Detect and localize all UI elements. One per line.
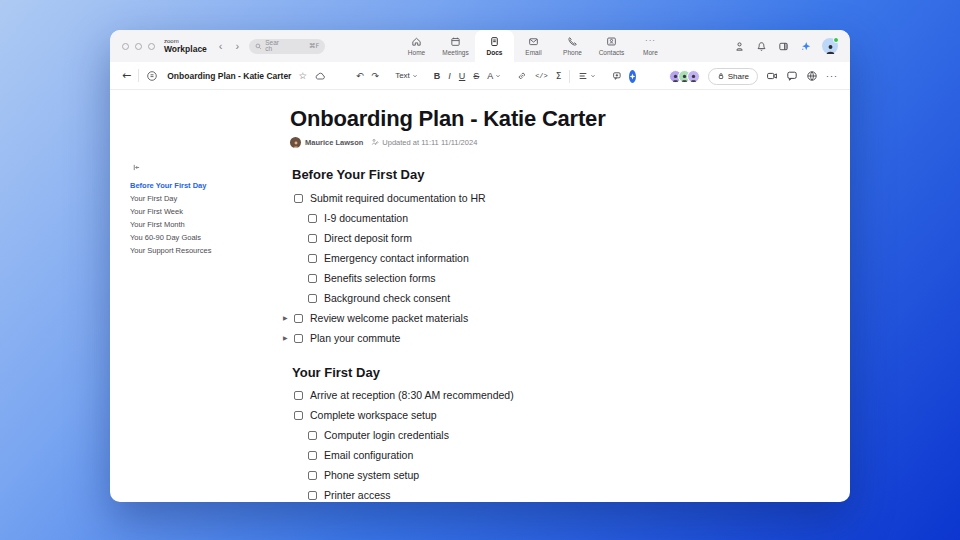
- checklist-item[interactable]: Computer login credentials: [290, 425, 750, 445]
- formatting-toolbar: ↶ ↷ Text B I U S A </> Σ: [356, 62, 653, 90]
- chevron-down-icon: [412, 73, 418, 79]
- outline-item-your-first-day[interactable]: Your First Day: [130, 192, 280, 205]
- checkbox[interactable]: [294, 194, 303, 203]
- checklist-item[interactable]: Email configuration: [290, 445, 750, 465]
- collapse-outline-icon[interactable]: [132, 163, 280, 172]
- phone-icon: [567, 36, 578, 47]
- search-input[interactable]: Search ⌘F: [249, 39, 325, 54]
- checkbox[interactable]: [308, 431, 317, 440]
- checkbox[interactable]: [308, 234, 317, 243]
- user-avatar[interactable]: [822, 38, 838, 54]
- formula-button[interactable]: Σ: [556, 72, 562, 81]
- document-icon: [489, 36, 500, 47]
- comment-icon[interactable]: [612, 71, 622, 81]
- align-lines-icon: [578, 71, 588, 81]
- author-name: Maurice Lawson: [305, 138, 363, 147]
- tab-phone[interactable]: Phone: [553, 30, 592, 62]
- bell-icon[interactable]: [756, 41, 767, 52]
- section-heading[interactable]: Before Your First Day: [290, 167, 750, 182]
- tab-home[interactable]: Home: [397, 30, 436, 62]
- brand-workplace: Workplace: [164, 45, 207, 54]
- more-dots-icon: ···: [645, 36, 656, 47]
- history-nav: ‹ ›: [219, 40, 239, 52]
- video-call-icon[interactable]: [766, 70, 778, 82]
- collaborator-avatars[interactable]: [669, 70, 700, 83]
- strikethrough-button[interactable]: S: [473, 72, 479, 81]
- avatar-person-icon: [825, 43, 836, 54]
- window-close-button[interactable]: [122, 43, 129, 50]
- expand-caret-icon[interactable]: ▶: [283, 314, 288, 321]
- redo-button[interactable]: ↷: [372, 72, 380, 81]
- outline-item-support-resources[interactable]: Your Support Resources: [130, 244, 280, 257]
- checklist-item[interactable]: ▶ Review welcome packet materials: [290, 308, 750, 328]
- checklist-item[interactable]: ▶ Plan your commute: [290, 328, 750, 348]
- checklist-item[interactable]: Emergency contact information: [290, 248, 750, 268]
- checklist-item[interactable]: Complete workspace setup: [290, 405, 750, 425]
- ai-sparkle-icon[interactable]: [800, 41, 811, 52]
- desktop-background: zoom Workplace ‹ › Search ⌘F Home Meeti: [0, 0, 960, 540]
- section-heading[interactable]: Your First Day: [290, 365, 750, 380]
- nav-back-button[interactable]: ‹: [219, 40, 223, 52]
- checkbox[interactable]: [308, 254, 317, 263]
- side-panel-icon[interactable]: [778, 41, 789, 52]
- code-block-button[interactable]: </>: [535, 73, 548, 80]
- align-dropdown[interactable]: [578, 71, 596, 81]
- ai-star-icon: [629, 73, 636, 80]
- checklist-item[interactable]: Phone system setup: [290, 465, 750, 485]
- checklist-item[interactable]: Background check consent: [290, 288, 750, 308]
- outline-item-your-first-week[interactable]: Your First Week: [130, 205, 280, 218]
- checklist-item[interactable]: Submit required documentation to HR: [290, 188, 750, 208]
- expand-caret-icon[interactable]: ▶: [283, 334, 288, 341]
- checkbox[interactable]: [308, 274, 317, 283]
- checkbox[interactable]: [308, 294, 317, 303]
- checklist-item[interactable]: Arrive at reception (8:30 AM recommended…: [290, 385, 750, 405]
- chat-icon[interactable]: [786, 70, 798, 82]
- window-minimize-button[interactable]: [135, 43, 142, 50]
- underline-button[interactable]: U: [459, 72, 466, 81]
- profile-icon[interactable]: [734, 41, 745, 52]
- share-button[interactable]: Share: [708, 68, 758, 85]
- star-favorite-icon[interactable]: ☆: [298, 70, 307, 81]
- checkbox[interactable]: [308, 491, 317, 500]
- outline-item-your-first-month[interactable]: Your First Month: [130, 218, 280, 231]
- tab-email[interactable]: Email: [514, 30, 553, 62]
- tab-more[interactable]: ··· More: [631, 30, 670, 62]
- more-options-button[interactable]: ···: [826, 71, 838, 81]
- tab-contacts[interactable]: Contacts: [592, 30, 631, 62]
- ai-companion-button[interactable]: [629, 70, 636, 83]
- checklist-item[interactable]: I-9 documentation: [290, 208, 750, 228]
- checkbox[interactable]: [308, 214, 317, 223]
- window-zoom-button[interactable]: [148, 43, 155, 50]
- checklist-item[interactable]: Printer access: [290, 485, 750, 502]
- checklist-item[interactable]: Direct deposit form: [290, 228, 750, 248]
- italic-button[interactable]: I: [448, 72, 451, 81]
- checklist-item[interactable]: Benefits selection forms: [290, 268, 750, 288]
- window-controls: [122, 43, 155, 50]
- outline-item-before-your-first-day[interactable]: Before Your First Day: [130, 179, 280, 192]
- text-style-dropdown[interactable]: Text: [395, 72, 418, 80]
- text-color-dropdown[interactable]: A: [487, 72, 501, 81]
- outline-item-60-90-day-goals[interactable]: You 60-90 Day Goals: [130, 231, 280, 244]
- checkbox[interactable]: [308, 451, 317, 460]
- doc-badge-icon[interactable]: [146, 70, 158, 82]
- calendar-icon: [450, 36, 461, 47]
- cloud-sync-icon[interactable]: [314, 70, 326, 82]
- checkbox[interactable]: [294, 411, 303, 420]
- bold-button[interactable]: B: [434, 72, 441, 81]
- checkbox[interactable]: [308, 471, 317, 480]
- back-button[interactable]: ←: [122, 69, 131, 82]
- nav-forward-button[interactable]: ›: [236, 40, 240, 52]
- checkbox[interactable]: [294, 334, 303, 343]
- link-icon[interactable]: [517, 71, 527, 81]
- globe-icon[interactable]: [806, 70, 818, 82]
- tab-meetings[interactable]: Meetings: [436, 30, 475, 62]
- tab-docs[interactable]: Docs: [475, 30, 514, 62]
- doc-title-breadcrumb[interactable]: Onboarding Plan - Katie Carter: [167, 71, 291, 81]
- page-title[interactable]: Onboarding Plan - Katie Carter: [290, 106, 750, 132]
- undo-button[interactable]: ↶: [356, 72, 364, 81]
- search-shortcut: ⌘F: [309, 42, 319, 50]
- edited-pencil-icon: [371, 138, 379, 146]
- author-avatar: [290, 137, 301, 148]
- checkbox[interactable]: [294, 391, 303, 400]
- checkbox[interactable]: [294, 314, 303, 323]
